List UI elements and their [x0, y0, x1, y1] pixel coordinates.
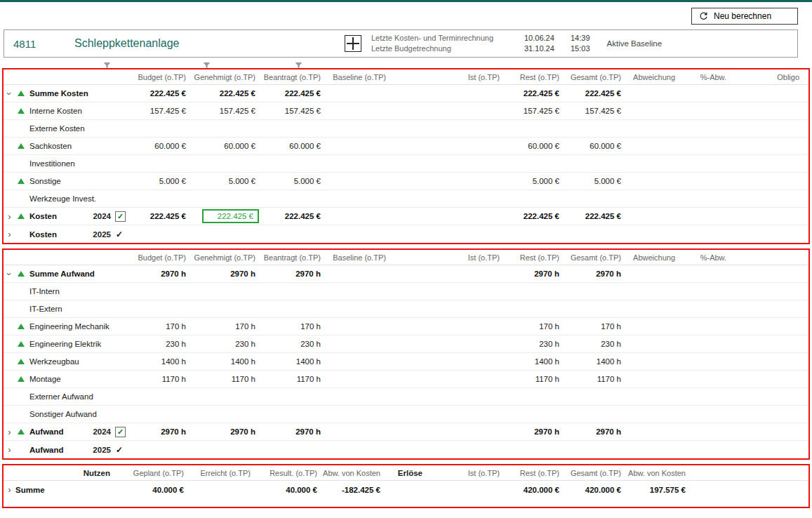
last-budget-time: 15:03 — [571, 44, 590, 54]
refresh-icon — [699, 12, 708, 21]
checkmark-icon: ✓ — [117, 428, 124, 436]
benefit-table: NutzenGeplant (o.TP)Erreicht (o.TP)Resul… — [2, 464, 810, 508]
row-label: Sachkosten — [29, 142, 72, 150]
table-row: ›Summe40.000 €40.000 €-182.425 €420.000 … — [4, 481, 808, 498]
value-cell: 222.425 € — [565, 212, 627, 220]
value-cell: 2970 h — [192, 270, 261, 278]
column-header[interactable]: Rest (o.TP) — [505, 73, 565, 81]
recalculate-label: Neu berechnen — [714, 11, 771, 21]
row-label: Interne Kosten — [29, 107, 82, 115]
expand-chevron-icon[interactable]: › — [4, 485, 15, 494]
column-header[interactable]: Budget (o.TP) — [130, 253, 192, 262]
year-checkbox[interactable]: ✓ — [115, 427, 126, 437]
selected-value-cell[interactable]: 222.425 € — [192, 209, 261, 223]
column-header[interactable]: Genehmigt (o.TP) — [192, 73, 261, 81]
collapse-chevron-icon[interactable]: › — [5, 88, 14, 100]
row-label: Werkzeugbau — [29, 357, 79, 366]
table-row: Investitionen — [4, 155, 808, 173]
row-label-cell: ›Summe Aufwand — [4, 265, 130, 282]
column-header[interactable]: Abw. von Kosten — [627, 469, 691, 477]
value-cell: 230 h — [130, 340, 192, 348]
last-calc-date: 10.06.24 — [524, 33, 561, 44]
column-header[interactable]: Ist (o.TP) — [392, 73, 505, 81]
value-cell: 222.425 € — [505, 89, 565, 98]
status-up-triangle-icon — [18, 324, 25, 329]
value-cell: 1400 h — [505, 357, 565, 366]
value-cell: 222.425 € — [261, 89, 326, 98]
column-header[interactable]: Rest (o.TP) — [505, 469, 565, 477]
column-header[interactable]: Nutzen — [4, 469, 116, 477]
value-cell: 230 h — [192, 340, 261, 348]
row-label: IT-Extern — [29, 305, 62, 313]
table-row: Interne Kosten157.425 €157.425 €157.425 … — [4, 102, 808, 120]
value-cell: 1170 h — [565, 375, 627, 383]
column-header[interactable]: Beantragt (o.TP) — [261, 73, 326, 81]
value-cell: 2970 h — [261, 270, 326, 278]
value-cell: 170 h — [130, 322, 192, 331]
column-header[interactable]: Budget (o.TP) — [130, 73, 192, 81]
expand-chevron-icon[interactable]: › — [4, 212, 15, 221]
value-cell: 5.000 € — [565, 177, 627, 185]
filter-icon[interactable] — [203, 60, 211, 72]
row-label-cell: Engineering Mechanik — [4, 318, 130, 335]
row-label-cell: ›Summe — [4, 481, 116, 498]
column-header[interactable]: Beantragt (o.TP) — [261, 253, 326, 262]
row-label-cell: Externer Aufwand — [4, 388, 130, 405]
value-cell: 170 h — [505, 322, 565, 331]
value-cell: 420.000 € — [505, 486, 565, 494]
row-label-cell: Sachkosten — [4, 138, 130, 154]
value-cell: 222.425 € — [192, 89, 261, 98]
column-header[interactable]: Abw. von Kosten — [323, 469, 386, 477]
active-baseline-label: Aktive Baseline — [607, 39, 663, 48]
value-cell: 5.000 € — [130, 177, 192, 185]
status-up-triangle-icon — [18, 91, 25, 96]
add-button[interactable] — [345, 35, 361, 52]
column-header[interactable]: Baseline (o.TP) — [326, 73, 392, 81]
column-header[interactable]: Abweichung — [627, 73, 681, 81]
last-budget-date: 31.10.24 — [524, 44, 561, 54]
column-header[interactable]: Ist (o.TP) — [428, 469, 505, 477]
year-checkbox[interactable]: ✓ — [115, 211, 126, 222]
value-cell: 222.425 € — [565, 89, 627, 98]
column-header[interactable]: Obligo — [732, 73, 805, 81]
column-header[interactable]: Gesamt (o.TP) — [565, 73, 627, 81]
filter-icon[interactable] — [103, 60, 111, 72]
value-cell: 2970 h — [505, 427, 565, 436]
year-label: 2025 — [93, 446, 111, 454]
value-cell: 170 h — [261, 322, 326, 331]
recalculate-button[interactable]: Neu berechnen — [691, 8, 798, 25]
row-label: Externe Kosten — [29, 124, 85, 133]
row-label-cell: Sonstiger Aufwand — [4, 406, 130, 423]
collapse-chevron-icon[interactable]: › — [5, 268, 14, 280]
value-cell: 2970 h — [505, 270, 565, 278]
expand-chevron-icon[interactable]: › — [4, 230, 15, 239]
expand-chevron-icon[interactable]: › — [4, 445, 15, 454]
project-name: Schleppkettenanlage — [74, 37, 345, 50]
value-cell: 1400 h — [261, 357, 326, 366]
column-header[interactable]: Genehmigt (o.TP) — [192, 253, 261, 262]
column-header[interactable]: Abweichung — [627, 253, 681, 262]
filter-icon[interactable] — [295, 60, 302, 72]
year-label: 2025 — [93, 230, 111, 239]
value-cell: 230 h — [261, 340, 326, 348]
column-header[interactable]: Gesamt (o.TP) — [565, 469, 627, 477]
column-header[interactable]: Erreicht (o.TP) — [189, 469, 256, 477]
value-cell: 60.000 € — [261, 142, 326, 150]
status-up-triangle-icon — [18, 143, 25, 149]
value-cell: 222.425 € — [130, 89, 192, 98]
row-label: Engineering Mechanik — [29, 322, 109, 331]
column-header[interactable]: Baseline (o.TP) — [326, 253, 392, 262]
column-header[interactable]: %-Abw. — [681, 73, 732, 81]
column-header[interactable]: Geplant (o.TP) — [116, 469, 189, 477]
column-header[interactable]: Erlöse — [386, 469, 428, 477]
value-cell: 230 h — [505, 340, 565, 348]
last-calc-label: Letzte Kosten- und Terminrechnung — [371, 33, 506, 44]
expand-chevron-icon[interactable]: › — [4, 427, 15, 437]
column-header[interactable]: %-Abw. — [681, 253, 732, 262]
column-header[interactable]: Rest (o.TP) — [505, 253, 565, 262]
column-header[interactable]: Gesamt (o.TP) — [565, 253, 627, 262]
value-cell: 222.425 € — [130, 212, 192, 220]
column-header[interactable]: Ist (o.TP) — [392, 253, 505, 262]
last-calc-time: 14:39 — [571, 33, 590, 44]
column-header[interactable]: Result. (o.TP) — [256, 469, 323, 477]
